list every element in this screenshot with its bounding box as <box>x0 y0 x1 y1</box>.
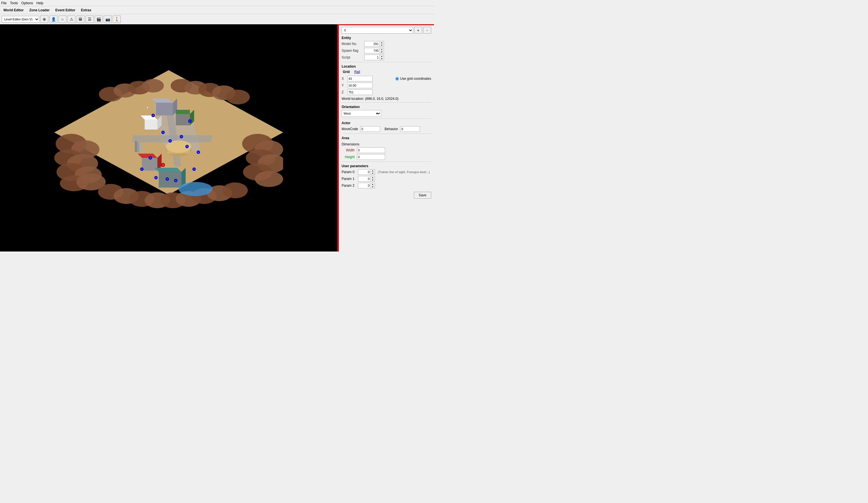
behavior-input[interactable] <box>400 126 420 132</box>
z-input[interactable] <box>347 89 373 95</box>
select-tool-btn[interactable]: ⊕ <box>40 16 48 23</box>
param0-up[interactable]: ▲ <box>371 170 375 172</box>
location-tabs: Grid Rail <box>342 70 431 74</box>
circle-tool-btn[interactable]: ○ <box>59 16 66 23</box>
menu-tools[interactable]: Tools <box>10 1 18 5</box>
param0-row: Param 0 ▲ ▼ (Trainer line of sight, Foon… <box>342 169 431 175</box>
save-button[interactable]: Save <box>414 192 431 199</box>
person-tool-btn[interactable]: 🚶 <box>113 16 121 23</box>
entity-add-btn[interactable]: + <box>414 27 422 34</box>
entity-selector-row: 0 + - <box>342 27 431 34</box>
model-no-input[interactable] <box>364 41 380 47</box>
param0-input[interactable] <box>358 169 371 175</box>
level-editor-select[interactable]: Level Editor (Gen V)Level Editor (Gen IV… <box>2 16 39 23</box>
param0-spinbox: ▲ ▼ <box>358 169 375 175</box>
param1-label: Param 1 <box>342 177 356 181</box>
camera-tool-btn[interactable]: 📷 <box>104 16 112 23</box>
model-no-arrows: ▲ ▼ <box>380 41 384 47</box>
divider-1 <box>342 62 431 62</box>
svg-point-33 <box>226 90 250 104</box>
grid-tab[interactable]: Grid <box>342 70 351 74</box>
use-grid-coords-radio[interactable] <box>395 77 399 81</box>
movecode-input[interactable] <box>360 126 380 132</box>
svg-point-67 <box>149 157 151 159</box>
divider-4 <box>342 133 431 134</box>
script-arrows: ▲ ▼ <box>380 54 384 60</box>
spawn-flag-input[interactable] <box>364 48 380 53</box>
tab-extras[interactable]: Extras <box>79 8 94 13</box>
svg-marker-50 <box>155 168 182 172</box>
height-input[interactable] <box>357 154 385 160</box>
param0-down[interactable]: ▼ <box>371 172 375 174</box>
tab-event-editor[interactable]: Event Editor <box>53 8 78 13</box>
model-no-spinbox: ▲ ▼ <box>364 41 384 47</box>
param1-input[interactable] <box>358 176 371 182</box>
alert-tool-btn[interactable]: ⚠ <box>68 16 75 23</box>
svg-rect-86 <box>137 142 139 152</box>
param2-label: Param 2 <box>342 184 356 188</box>
entity-remove-btn[interactable]: - <box>423 27 431 34</box>
svg-rect-46 <box>142 158 157 171</box>
spawn-flag-down[interactable]: ▼ <box>380 51 384 53</box>
param2-arrows: ▲ ▼ <box>371 183 375 189</box>
tab-world-editor[interactable]: World Editor <box>1 8 26 13</box>
svg-point-79 <box>197 151 199 153</box>
x-row: X Use grid coordinates <box>342 76 431 81</box>
svg-rect-49 <box>159 172 182 188</box>
width-input[interactable] <box>357 148 385 153</box>
actor-section-header: Actor <box>342 121 431 125</box>
svg-point-71 <box>155 177 157 179</box>
svg-point-84 <box>147 107 148 108</box>
param2-spinbox: ▲ ▼ <box>358 183 375 189</box>
tab-zone-loader[interactable]: Zone Loader <box>27 8 52 13</box>
list-tool-btn[interactable]: ☰ <box>86 16 94 23</box>
script-spinbox: ▲ ▼ <box>364 54 384 60</box>
y-row: Y <box>342 83 431 88</box>
model-no-up[interactable]: ▲ <box>380 41 384 44</box>
entity-dropdown[interactable]: 0 <box>342 27 413 34</box>
use-grid-coords-text: Use grid coordinates <box>400 77 431 81</box>
script-input[interactable] <box>364 54 380 60</box>
param1-down[interactable]: ▼ <box>371 179 375 181</box>
svg-point-75 <box>175 180 177 181</box>
movecode-label: MoveCode <box>342 127 358 131</box>
param2-up[interactable]: ▲ <box>371 183 375 185</box>
script-up[interactable]: ▲ <box>380 55 384 58</box>
width-label: Width <box>342 148 354 152</box>
script-down[interactable]: ▼ <box>380 58 384 60</box>
param2-input[interactable] <box>358 183 371 189</box>
actor-row: MoveCode Behavior <box>342 126 431 132</box>
main-area: 0 + - Entity Model No. ▲ ▼ Spawn flag ▲ <box>0 24 434 252</box>
behavior-label: Behavior <box>384 127 398 131</box>
map-area[interactable] <box>0 24 338 252</box>
param0-arrows: ▲ ▼ <box>371 169 375 175</box>
width-row: Width <box>342 148 431 153</box>
menu-options[interactable]: Options <box>21 1 33 5</box>
spawn-flag-row: Spawn flag ▲ ▼ <box>342 48 431 53</box>
svg-rect-40 <box>176 114 190 125</box>
menu-help[interactable]: Help <box>37 1 43 5</box>
param1-spinbox: ▲ ▼ <box>358 176 375 182</box>
user-params-section-header: User parameters <box>342 164 431 168</box>
building-tool-btn[interactable]: 🏛 <box>76 16 84 23</box>
param2-down[interactable]: ▼ <box>371 185 375 188</box>
orientation-select[interactable]: NorthSouthEastWestNorthEastNorthWestSout… <box>342 110 381 117</box>
character-tool-btn[interactable]: 👤 <box>50 16 58 23</box>
z-row: Z <box>342 89 431 95</box>
menu-file[interactable]: File <box>1 1 7 5</box>
toolbar: Level Editor (Gen V)Level Editor (Gen IV… <box>0 14 434 24</box>
x-input[interactable] <box>347 76 373 81</box>
film-tool-btn[interactable]: 🎬 <box>95 16 103 23</box>
spawn-flag-spinbox: ▲ ▼ <box>364 48 384 53</box>
model-no-down[interactable]: ▼ <box>380 44 384 47</box>
param2-row: Param 2 ▲ ▼ <box>342 183 431 189</box>
param1-up[interactable]: ▲ <box>371 176 375 179</box>
rail-tab[interactable]: Rail <box>353 70 361 74</box>
use-grid-coords-label: Use grid coordinates <box>395 77 431 81</box>
y-input[interactable] <box>347 83 373 88</box>
svg-point-77 <box>193 168 195 170</box>
spawn-flag-up[interactable]: ▲ <box>380 48 384 51</box>
svg-rect-87 <box>139 144 142 152</box>
model-no-label: Model No. <box>342 42 364 46</box>
param1-arrows: ▲ ▼ <box>371 176 375 182</box>
